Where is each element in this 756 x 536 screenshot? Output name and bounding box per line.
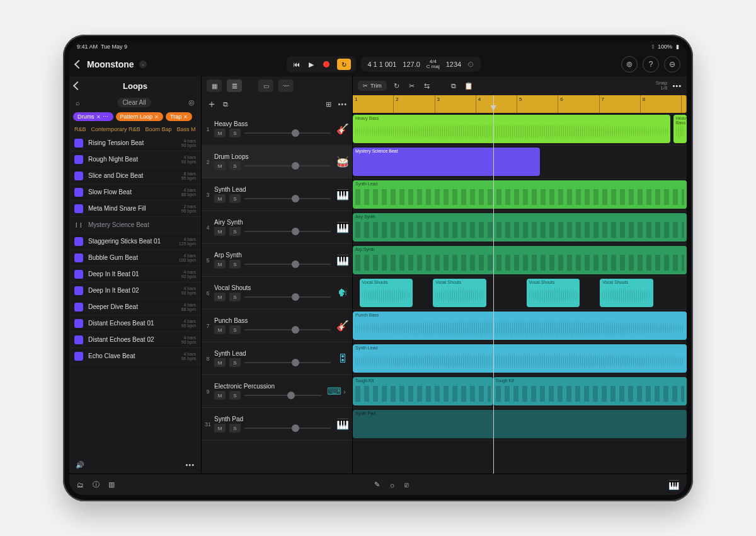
volume-fader[interactable] bbox=[244, 428, 331, 429]
region[interactable]: Heavy Bass bbox=[673, 115, 687, 143]
loop-item[interactable]: Distant Echoes Beat 01 4 bars90 bpm bbox=[69, 315, 201, 332]
piano-icon[interactable]: 🎹 bbox=[668, 480, 679, 490]
brightness-icon[interactable]: ☼ bbox=[389, 481, 395, 489]
filter-chip[interactable]: Drums✕⋯ bbox=[73, 112, 113, 121]
play-button[interactable]: ▶ bbox=[307, 60, 316, 69]
region[interactable]: Punch Bass bbox=[353, 312, 687, 340]
join-icon[interactable]: ⇆ bbox=[422, 82, 432, 90]
loop-item[interactable]: Deep In It Beat 01 4 bars92 bpm bbox=[69, 266, 201, 283]
lcd-display[interactable]: 4 1 1 001 127.0 4/4C maj 1234 ⏲ bbox=[361, 57, 481, 72]
instrument-icon[interactable]: 🎸 bbox=[333, 123, 352, 135]
add-track-button[interactable]: ＋ bbox=[207, 98, 217, 111]
rewind-button[interactable]: ⏮ bbox=[292, 60, 301, 69]
back-chevron-icon[interactable] bbox=[74, 60, 83, 69]
loop-item[interactable]: Echo Clave Beat 4 bars96 bpm bbox=[69, 348, 201, 364]
region-row[interactable]: Airy Synth bbox=[353, 211, 687, 244]
mixer-icon[interactable]: ⎚ bbox=[404, 481, 409, 489]
track-row[interactable]: 6 Vocal Shouts M S 🗣 bbox=[202, 277, 352, 310]
loop-item[interactable]: Distant Echoes Beat 02 4 bars90 bpm bbox=[69, 332, 201, 348]
genre-tag[interactable]: R&B bbox=[74, 126, 86, 132]
solo-button[interactable]: S bbox=[229, 161, 241, 170]
loop-item[interactable]: Rising Tension Beat 4 bars90 bpm bbox=[69, 135, 201, 151]
region[interactable]: Airy Synth bbox=[353, 213, 687, 242]
record-button[interactable] bbox=[322, 60, 331, 69]
duplicate-track-icon[interactable]: ⧉ bbox=[223, 100, 228, 108]
loop-item[interactable]: Deeper Dive Beat 4 bars88 bpm bbox=[69, 299, 201, 315]
trim-tool[interactable]: ✂ Trim bbox=[358, 81, 387, 91]
region-row[interactable]: Punch Bass bbox=[353, 310, 687, 342]
volume-fader[interactable] bbox=[244, 231, 331, 232]
instrument-icon[interactable]: 🎹 bbox=[333, 418, 352, 430]
snap-display[interactable]: Snap1/8 bbox=[656, 81, 668, 91]
info-icon[interactable]: ⓘ bbox=[93, 480, 100, 489]
mute-button[interactable]: M bbox=[214, 424, 226, 433]
track-row[interactable]: 3 Synth Lead M S 🎹 bbox=[202, 178, 352, 211]
mute-button[interactable]: M bbox=[214, 260, 226, 269]
region[interactable]: Vocal Shouts bbox=[360, 279, 413, 307]
ruler-bar[interactable]: 5 bbox=[517, 95, 558, 113]
loop-item[interactable]: Rough Night Beat 4 bars92 bpm bbox=[69, 151, 201, 168]
instrument-icon[interactable]: 🎸 bbox=[333, 320, 352, 332]
ruler-bar[interactable]: 1 bbox=[353, 95, 394, 113]
volume-fader[interactable] bbox=[244, 264, 331, 265]
track-row[interactable]: 4 Airy Synth M S 🎹 bbox=[202, 211, 352, 244]
list-view-button[interactable]: ☰ bbox=[227, 79, 242, 92]
ruler-bar[interactable]: 7 bbox=[600, 95, 641, 113]
ruler-bar[interactable]: 3 bbox=[435, 95, 476, 113]
region[interactable]: Synth Lead bbox=[353, 344, 687, 373]
track-row[interactable]: 31 Synth Pad M S 🎹 bbox=[202, 408, 352, 441]
browser-icon[interactable]: ▥ bbox=[108, 481, 115, 489]
mute-button[interactable]: M bbox=[214, 325, 226, 334]
loop-item[interactable]: Deep In It Beat 02 4 bars92 bpm bbox=[69, 283, 201, 299]
genre-tag[interactable]: Boom Bap bbox=[146, 126, 172, 132]
playhead[interactable] bbox=[493, 95, 494, 474]
help-icon[interactable]: ? bbox=[643, 56, 659, 73]
instrument-icon[interactable]: 🎹 bbox=[333, 221, 352, 233]
region[interactable]: Vocal Shouts bbox=[600, 279, 653, 307]
solo-button[interactable]: S bbox=[229, 293, 241, 301]
loop-item[interactable]: ❙❙ Mystery Science Beat bbox=[69, 217, 201, 233]
genre-tag[interactable]: Bass M bbox=[177, 126, 196, 132]
edit-icon[interactable]: ✎ bbox=[374, 481, 380, 489]
region-row[interactable]: Arp Synth bbox=[353, 244, 687, 277]
region[interactable]: Vocal Shouts bbox=[527, 279, 580, 307]
cycle-button[interactable]: ↻ bbox=[337, 59, 351, 70]
region-row[interactable]: Synth Pad bbox=[353, 408, 687, 441]
clear-all-button[interactable]: Clear All bbox=[117, 98, 151, 107]
settings-icon[interactable]: ⊚ bbox=[621, 56, 638, 73]
grid-view-button[interactable]: ▦ bbox=[207, 79, 222, 92]
loop-item[interactable]: Meta Mind Snare Fill 2 bars90 bpm bbox=[69, 201, 201, 217]
solo-button[interactable]: S bbox=[229, 325, 241, 334]
genre-tag[interactable]: Contemporary R&B bbox=[91, 126, 140, 132]
automation-view-button[interactable]: 〰 bbox=[278, 79, 294, 92]
genre-row[interactable]: R&BContemporary R&BBoom BapBass M bbox=[69, 124, 201, 135]
filter-chip[interactable]: Pattern Loop✕ bbox=[116, 112, 164, 121]
ruler-bar[interactable]: 4 bbox=[476, 95, 517, 113]
region[interactable]: Arp Synth bbox=[353, 246, 687, 274]
mute-button[interactable]: M bbox=[214, 227, 226, 236]
region[interactable]: Vocal Shouts bbox=[433, 279, 486, 307]
region[interactable]: Tough Kit bbox=[493, 377, 687, 405]
tracks-more-icon[interactable]: ••• bbox=[338, 100, 347, 108]
region-row[interactable]: Synth Lead bbox=[353, 178, 687, 211]
loop-list[interactable]: Rising Tension Beat 4 bars90 bpm Rough N… bbox=[69, 135, 201, 456]
timeline-more-icon[interactable]: ••• bbox=[672, 82, 682, 90]
mute-button[interactable]: M bbox=[214, 129, 226, 137]
solo-button[interactable]: S bbox=[229, 260, 241, 269]
region[interactable]: Heavy Bass bbox=[353, 115, 670, 143]
solo-button[interactable]: S bbox=[229, 391, 241, 400]
solo-button[interactable]: S bbox=[229, 129, 241, 137]
copy-icon[interactable]: ⧉ bbox=[449, 82, 459, 90]
volume-icon[interactable]: 🔊 bbox=[76, 461, 84, 469]
track-row[interactable]: 1 Heavy Bass M S 🎸 bbox=[202, 113, 352, 146]
instrument-icon[interactable]: ⌨ bbox=[324, 385, 343, 397]
volume-fader[interactable] bbox=[244, 362, 331, 363]
instrument-icon[interactable]: 🎹 bbox=[333, 189, 352, 201]
solo-button[interactable]: S bbox=[229, 358, 241, 367]
filter-chip[interactable]: Trap✕ bbox=[166, 112, 192, 121]
filter-settings-icon[interactable]: ◎ bbox=[188, 98, 195, 107]
mute-button[interactable]: M bbox=[214, 358, 226, 367]
loops-more-icon[interactable]: ••• bbox=[185, 461, 195, 469]
scissors-icon[interactable]: ✂ bbox=[407, 82, 417, 90]
loops-back-icon[interactable] bbox=[73, 81, 82, 90]
